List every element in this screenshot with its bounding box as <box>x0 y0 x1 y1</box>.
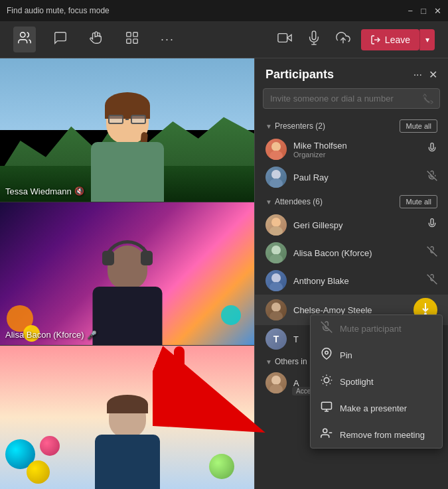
tessa-name: Tessa Wiedmann <box>5 186 72 196</box>
svg-line-33 <box>330 384 331 384</box>
presenters-arrow: ▼ <box>265 123 272 130</box>
svg-point-19 <box>269 254 283 263</box>
panel-header: Participants ··· ✕ <box>255 58 448 88</box>
alisa-label: Alisa Bacon (Kforce) 🎤 <box>5 330 97 340</box>
presenters-label: ▼ Presenters (2) <box>265 121 325 131</box>
participants-panel: Participants ··· ✕ 📞 ▼ Presenters (2) Mu… <box>254 58 448 489</box>
context-menu: Mute participant Pin <box>310 314 443 449</box>
svg-rect-2 <box>133 33 137 36</box>
alisa-silhouette <box>84 245 171 345</box>
leave-dropdown-button[interactable]: ▾ <box>419 29 435 50</box>
share-toolbar-icon[interactable] <box>332 27 354 52</box>
svg-rect-38 <box>322 402 332 409</box>
svg-rect-4 <box>133 39 137 43</box>
svg-point-25 <box>269 311 283 320</box>
participant-name-paul: Paul Ray <box>293 173 427 182</box>
toolbar: ··· Leav <box>0 21 448 58</box>
title-bar: Find audio mute, focus mode − □ ✕ <box>0 0 448 21</box>
participant-row-paul[interactable]: Paul Ray <box>255 163 448 191</box>
svg-point-22 <box>269 282 283 291</box>
panel-title: Participants <box>265 68 334 82</box>
mic-icon-mike <box>427 143 437 156</box>
svg-point-39 <box>323 429 327 433</box>
svg-point-29 <box>324 378 329 383</box>
close-button[interactable]: ✕ <box>434 6 441 16</box>
camera-toolbar-icon[interactable] <box>273 27 296 52</box>
participant-role-mike: Organizer <box>293 151 427 159</box>
panel-close-icon[interactable]: ✕ <box>429 68 437 81</box>
svg-rect-6 <box>278 34 287 42</box>
tessa-silhouette <box>81 96 174 202</box>
presenters-section-header: ▼ Presenters (2) Mute all <box>255 115 448 135</box>
title-bar-controls: − □ ✕ <box>408 6 441 16</box>
avatar-t: T <box>265 328 287 350</box>
chat-icon[interactable] <box>49 27 72 52</box>
context-spotlight-item[interactable]: Spotlight <box>311 368 442 395</box>
svg-rect-3 <box>127 39 131 43</box>
participant-name-alisa: Alisa Bacon (Kforce) <box>293 248 427 258</box>
participant-row-anthony[interactable]: Anthony Blake <box>255 267 448 295</box>
leave-button-group: Leave ▾ <box>361 29 435 50</box>
others-label: ▼ Others in <box>265 357 307 366</box>
remove-label: Remove from meeting <box>340 430 425 440</box>
leave-label: Leave <box>385 35 410 45</box>
mute-all-presenters-button[interactable]: Mute all <box>400 119 437 133</box>
participant-row-geri[interactable]: Geri Gillespy <box>255 211 448 239</box>
context-remove-item[interactable]: Remove from meeting <box>311 421 442 448</box>
sphere3 <box>40 436 60 456</box>
leave-button[interactable]: Leave <box>361 29 419 50</box>
participant-info-chelse: Chelse-Amoy Steele <box>293 305 410 315</box>
pin-label: Pin <box>340 350 352 360</box>
video-tile-third <box>0 345 254 489</box>
pin-icon <box>320 348 333 362</box>
mute-participant-label: Mute participant <box>340 324 402 334</box>
maximize-button[interactable]: □ <box>421 6 426 16</box>
svg-point-14 <box>269 178 283 188</box>
toolbar-left: ··· <box>13 27 179 52</box>
presenter-icon <box>320 401 333 415</box>
participant-info-alisa: Alisa Bacon (Kforce) <box>293 248 427 258</box>
hand-icon[interactable] <box>85 27 108 52</box>
avatar-a <box>265 372 287 393</box>
main-content: Tessa Wiedmann 🔇 A <box>0 58 448 489</box>
avatar-anthony <box>265 270 287 291</box>
participant-info-mike: Mike Tholfsen Organizer <box>293 141 427 159</box>
avatar-alisa <box>265 242 287 263</box>
panel-scroll[interactable]: ▼ Presenters (2) Mute all Mike Tholfsen … <box>255 115 448 489</box>
minimize-button[interactable]: − <box>408 6 413 16</box>
sphere4 <box>209 454 234 479</box>
context-pin-item[interactable]: Pin <box>311 342 442 368</box>
participant-row-alisa-bacon[interactable]: Alisa Bacon (Kforce) <box>255 239 448 267</box>
participant-info-geri: Geri Gillespy <box>293 220 427 230</box>
svg-point-24 <box>271 303 281 312</box>
spotlight-icon <box>320 374 333 389</box>
third-silhouette <box>91 396 164 489</box>
participant-name-mike: Mike Tholfsen <box>293 141 427 151</box>
search-input[interactable] <box>263 88 440 109</box>
svg-rect-1 <box>127 33 131 36</box>
avatar-chelse <box>265 299 287 320</box>
spotlight-label: Spotlight <box>340 377 374 387</box>
toolbar-right: Leave ▾ <box>273 27 435 52</box>
panel-more-icon[interactable]: ··· <box>413 69 422 81</box>
avatar-paul <box>265 167 287 188</box>
svg-point-13 <box>271 170 281 179</box>
svg-point-41 <box>271 376 281 385</box>
svg-point-17 <box>269 226 283 236</box>
context-mute-item[interactable]: Mute participant <box>311 315 442 342</box>
context-presenter-item[interactable]: Make a presenter <box>311 395 442 421</box>
mic-icon-paul <box>427 171 437 184</box>
svg-point-16 <box>271 218 281 227</box>
participant-row-mike[interactable]: Mike Tholfsen Organizer <box>255 135 448 163</box>
mic-toolbar-icon[interactable] <box>303 27 325 52</box>
mute-all-attendees-button[interactable]: Mute all <box>400 195 437 208</box>
participant-row-chelse[interactable]: Chelse-Amoy Steele <box>255 295 448 325</box>
participant-info-paul: Paul Ray <box>293 173 427 182</box>
title-bar-title: Find audio mute, focus mode <box>7 6 110 15</box>
mic-icon-anthony <box>427 274 437 287</box>
grid-icon[interactable] <box>121 27 143 52</box>
more-icon[interactable]: ··· <box>157 29 179 50</box>
people-icon[interactable] <box>13 27 36 52</box>
video-tile-tessa: Tessa Wiedmann 🔇 <box>0 58 254 202</box>
svg-marker-5 <box>287 35 291 40</box>
